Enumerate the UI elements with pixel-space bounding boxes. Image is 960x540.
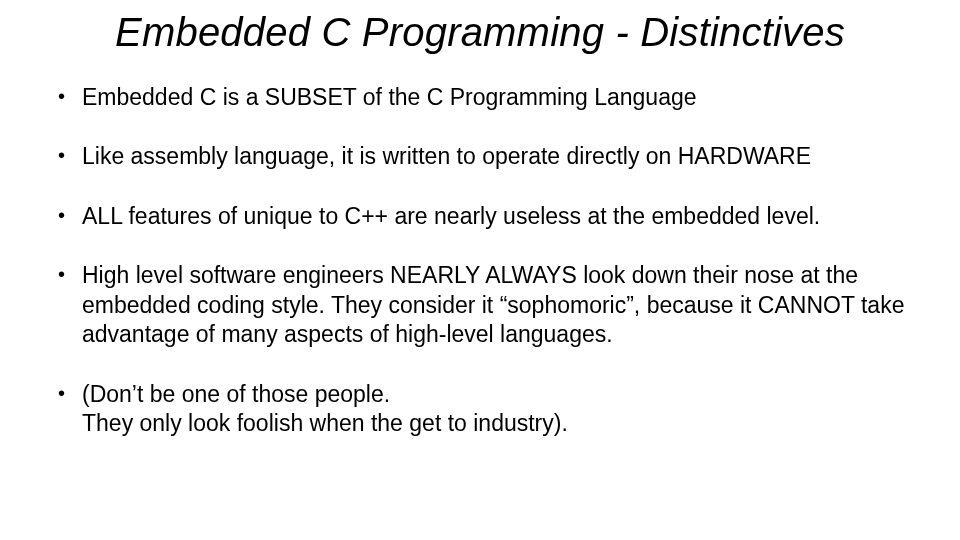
list-item: High level software engineers NEARLY ALW… [56, 261, 912, 349]
list-item: Like assembly language, it is written to… [56, 142, 912, 171]
slide-title: Embedded C Programming - Distinctives [48, 10, 912, 55]
list-item: (Don’t be one of those people.They only … [56, 380, 912, 439]
slide: Embedded C Programming - Distinctives Em… [0, 0, 960, 540]
list-item: ALL features of unique to C++ are nearly… [56, 202, 912, 231]
bullet-list: Embedded C is a SUBSET of the C Programm… [56, 83, 912, 439]
list-item: Embedded C is a SUBSET of the C Programm… [56, 83, 912, 112]
